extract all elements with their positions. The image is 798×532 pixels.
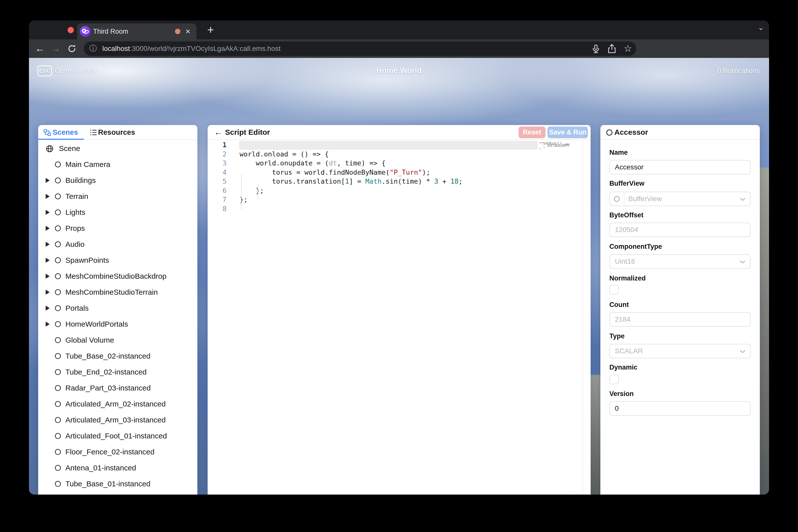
- tree-node-HomeWorldPortals[interactable]: HomeWorldPortals: [38, 319, 197, 330]
- tree-node-label: Tube_Base_01-instanced: [65, 478, 150, 489]
- tab-resources[interactable]: Resources: [98, 125, 135, 140]
- expand-arrow-icon[interactable]: [46, 226, 50, 231]
- browser-toolbar: ← → ⓘ localhost:3000/world/!vjrzmTVOcyIs…: [29, 39, 769, 58]
- node-circle-icon: [55, 369, 61, 375]
- tree-node-SpawnPoints[interactable]: SpawnPoints: [38, 255, 197, 266]
- tree-node-label: Articulated_Arm_02-instanced: [65, 399, 166, 410]
- url-host: localhost: [102, 45, 130, 52]
- address-bar[interactable]: ⓘ localhost:3000/world/!vjrzmTVOcyIsLgaA…: [84, 41, 636, 56]
- code-editor[interactable]: 12world.onload = () => {3 world.onupdate…: [208, 140, 591, 492]
- tree-node-Floor_Fence_02-instanced[interactable]: Floor_Fence_02-instanced: [38, 446, 197, 457]
- chevron-down-icon: [740, 350, 746, 353]
- save-and-run-button[interactable]: Save & Run: [548, 127, 588, 138]
- tree-node-Global Volume[interactable]: Global Volume: [38, 335, 197, 346]
- back-button[interactable]: ←: [33, 39, 47, 58]
- close-window-button[interactable]: [68, 27, 74, 33]
- dynamic-checkbox[interactable]: [609, 375, 619, 384]
- tree-node-Tube_End_02-instanced[interactable]: Tube_End_02-instanced: [38, 366, 197, 378]
- tree-node-label: Portals: [65, 303, 89, 314]
- expand-arrow-icon[interactable]: [46, 306, 50, 311]
- node-circle-icon: [55, 225, 61, 232]
- tree-node-Antena_01-instanced[interactable]: Antena_01-instanced: [38, 462, 197, 473]
- version-field[interactable]: 0: [609, 401, 750, 416]
- microphone-icon[interactable]: [591, 44, 601, 54]
- editor-scrollbar[interactable]: [583, 140, 583, 495]
- type-select[interactable]: SCALAR: [609, 344, 750, 358]
- expand-arrow-icon[interactable]: [46, 274, 50, 279]
- tree-node-Portals[interactable]: Portals: [38, 303, 197, 314]
- count-field[interactable]: 2184: [609, 312, 750, 327]
- name-field[interactable]: Accessor: [609, 160, 750, 174]
- forward-button[interactable]: →: [49, 39, 63, 58]
- node-circle-icon: [55, 177, 61, 184]
- new-tab-button[interactable]: +: [203, 22, 218, 38]
- back-arrow-icon[interactable]: ←: [214, 125, 223, 140]
- bufferview-select[interactable]: BufferView: [609, 192, 750, 206]
- tree-node-Buildings[interactable]: Buildings: [38, 175, 197, 186]
- tree-node-MeshCombineStudioTerrain[interactable]: MeshCombineStudioTerrain: [38, 287, 197, 298]
- node-circle-icon: [55, 417, 61, 423]
- expand-arrow-icon[interactable]: [46, 210, 50, 215]
- expand-arrow-icon[interactable]: [46, 290, 50, 295]
- reset-button[interactable]: Reset: [518, 127, 546, 138]
- tree-node-Radar_Part_03-instanced[interactable]: Radar_Part_03-instanced: [38, 382, 197, 394]
- node-circle-icon: [55, 161, 61, 168]
- type-value: SCALAR: [615, 347, 643, 355]
- line-number: 3: [208, 159, 227, 168]
- tab-recording-indicator-icon: [174, 28, 182, 35]
- node-circle-icon: [55, 209, 61, 215]
- expand-arrow-icon[interactable]: [46, 194, 50, 199]
- tree-node-label: Articulated_Arm_03-instanced: [65, 415, 166, 425]
- theme-toggle-button[interactable]: [561, 493, 581, 495]
- expand-arrow-icon[interactable]: [46, 178, 50, 183]
- scene-root-row[interactable]: Scene: [38, 143, 197, 154]
- reload-button[interactable]: [67, 44, 77, 55]
- tab-close-icon[interactable]: ×: [183, 23, 193, 39]
- componenttype-label: ComponentType: [609, 242, 662, 251]
- tree-node-Floor_Border_Corner_01_B-instanced[interactable]: Floor_Border_Corner_01_B-instanced: [38, 494, 197, 495]
- bufferview-label: BufferView: [609, 179, 645, 188]
- expand-arrow-icon[interactable]: [46, 258, 50, 263]
- minimap-line: [539, 150, 569, 151]
- byteoffset-field[interactable]: 120504: [609, 223, 750, 237]
- tab-search-chevron-icon[interactable]: ⌄: [758, 23, 764, 32]
- tree-node-Tube_Base_01-instanced[interactable]: Tube_Base_01-instanced: [38, 478, 197, 489]
- tree-node-label: Antena_01-instanced: [65, 462, 136, 473]
- site-info-icon[interactable]: ⓘ: [89, 41, 97, 56]
- byteoffset-label: ByteOffset: [609, 211, 644, 220]
- normalized-checkbox[interactable]: [609, 285, 619, 294]
- url-path: :3000/world/!vjrzmTVOcyIsLgaAkA:call.ems…: [130, 45, 281, 52]
- tree-node-Articulated_Foot_01-instanced[interactable]: Articulated_Foot_01-instanced: [38, 431, 197, 441]
- expand-arrow-icon[interactable]: [46, 242, 50, 247]
- active-tab-underline: [38, 139, 84, 140]
- tree-node-Props[interactable]: Props: [38, 223, 197, 234]
- indent-guide: [241, 174, 242, 210]
- indent-guide: [258, 183, 258, 201]
- tab-scenes[interactable]: Scenes: [53, 125, 78, 140]
- tree-node-label: MeshCombineStudioTerrain: [65, 287, 158, 298]
- node-circle-icon: [55, 305, 61, 311]
- expand-arrow-icon[interactable]: [46, 322, 50, 327]
- tree-node-Lights[interactable]: Lights: [38, 207, 197, 218]
- node-circle-icon: [55, 449, 61, 455]
- tree-node-Articulated_Arm_02-instanced[interactable]: Articulated_Arm_02-instanced: [38, 399, 197, 410]
- tree-node-Articulated_Arm_03-instanced[interactable]: Articulated_Arm_03-instanced: [38, 415, 197, 425]
- tree-node-label: Articulated_Foot_01-instanced: [65, 431, 167, 441]
- world-viewport[interactable]: ESC Open Overlay Home World 0 Notificati…: [29, 58, 769, 495]
- inspector-title: Accessor: [614, 125, 648, 140]
- tree-node-Audio[interactable]: Audio: [38, 239, 197, 250]
- componenttype-select[interactable]: Uint16: [609, 254, 750, 269]
- tree-node-Tube_Base_02-instanced[interactable]: Tube_Base_02-instanced: [38, 350, 197, 362]
- bookmark-star-icon[interactable]: ☆: [623, 41, 633, 56]
- version-label: Version: [609, 389, 634, 398]
- tree-node-Main Camera[interactable]: Main Camera: [38, 159, 197, 170]
- inspector-header: Accessor: [601, 125, 760, 140]
- node-circle-icon: [55, 353, 61, 359]
- browser-tab[interactable]: Third Room ×: [77, 23, 196, 39]
- line-number: 2: [208, 150, 227, 159]
- share-icon[interactable]: [607, 44, 617, 54]
- line-number: 5: [208, 177, 227, 186]
- tree-node-Terrain[interactable]: Terrain: [38, 191, 197, 202]
- tree-node-MeshCombineStudioBackdrop[interactable]: MeshCombineStudioBackdrop: [38, 271, 197, 282]
- script-editor-header: ← Script Editor Reset Save & Run: [208, 125, 591, 140]
